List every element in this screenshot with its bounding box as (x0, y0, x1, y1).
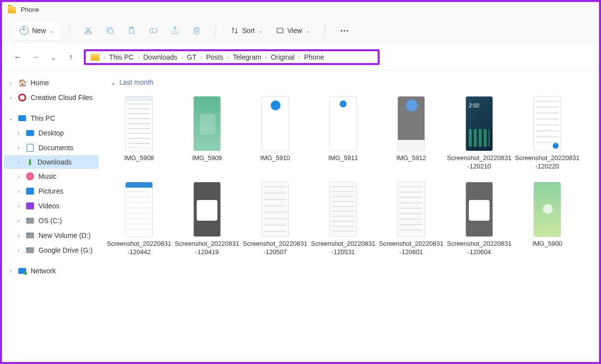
sidebar-item-downloads[interactable]: › ⬇ Downloads (4, 155, 99, 169)
file-item[interactable]: IMG_5909 (174, 93, 241, 174)
copy-button[interactable] (100, 22, 120, 39)
label: Google Drive (G:) (38, 246, 93, 254)
file-label: IMG_5911 (328, 154, 358, 163)
sidebar-item-this-pc[interactable]: ⌄ This PC (4, 111, 99, 126)
breadcrumb-item[interactable]: Downloads (143, 53, 177, 61)
file-label: IMG_5908 (124, 154, 154, 163)
group-header[interactable]: ⌄ Last month (106, 76, 594, 88)
file-thumbnail (261, 182, 289, 237)
chevron-icon: › (298, 55, 300, 60)
new-button[interactable]: New ⌄ (13, 21, 60, 40)
chevron-icon: › (8, 80, 14, 86)
sort-button[interactable]: Sort ⌄ (225, 23, 268, 38)
network-icon (18, 268, 26, 274)
chevron-icon: › (16, 145, 22, 151)
drive-icon (26, 218, 34, 224)
chevron-icon: › (104, 55, 105, 60)
chevron-icon: › (16, 218, 22, 224)
sidebar-item-home[interactable]: › 🏠 Home (4, 75, 99, 90)
sidebar-item-os-c[interactable]: › OS (C:) (4, 213, 99, 228)
file-item[interactable]: IMG_5900 (514, 179, 581, 260)
file-item[interactable]: IMG_5908 (106, 93, 173, 174)
view-button[interactable]: View ⌄ (270, 23, 316, 38)
forward-button[interactable]: → (31, 53, 40, 62)
file-item[interactable]: Screenshot_20220831-120442 (106, 179, 173, 260)
file-thumbnail (329, 182, 357, 237)
sidebar-item-music[interactable]: › Music (4, 169, 99, 184)
file-item[interactable]: IMG_5911 (310, 93, 377, 174)
body: › 🏠 Home › Creative Cloud Files ⌄ This P… (2, 70, 599, 362)
view-icon (276, 27, 284, 34)
delete-button[interactable] (187, 22, 207, 39)
sidebar-item-new-volume-d[interactable]: › New Volume (D:) (4, 228, 99, 243)
file-thumbnail (261, 96, 289, 151)
sidebar-item-videos[interactable]: › Videos (4, 199, 99, 213)
file-thumbnail (533, 182, 561, 237)
chevron-icon: ⌄ (8, 116, 14, 121)
chevron-icon: › (8, 95, 14, 100)
label: Documents (38, 144, 73, 152)
chevron-down-icon: ⌄ (258, 28, 262, 33)
chevron-icon: › (16, 248, 22, 253)
breadcrumb-item[interactable]: Phone (304, 53, 324, 61)
downloads-icon: ⬇ (26, 158, 34, 166)
breadcrumb-item[interactable]: Original (271, 53, 294, 61)
videos-icon (26, 202, 34, 209)
breadcrumb-item[interactable]: Posts (206, 53, 223, 61)
paste-button[interactable] (122, 22, 141, 39)
chevron-icon: › (181, 55, 183, 60)
sidebar-item-google-drive-g[interactable]: › Google Drive (G:) (4, 243, 99, 258)
sidebar-item-pictures[interactable]: › Pictures (4, 184, 99, 199)
label: Home (31, 79, 49, 87)
svg-rect-2 (108, 29, 113, 33)
file-item[interactable]: Screenshot_20220831-120531 (310, 179, 377, 260)
label: Network (31, 267, 56, 275)
view-label: View (287, 27, 302, 34)
file-item[interactable]: Screenshot_20220831-120507 (242, 179, 309, 260)
chevron-icon: › (227, 55, 229, 60)
file-thumbnail (397, 182, 425, 237)
file-item[interactable]: IMG_5912 (378, 93, 445, 174)
file-thumbnail (329, 96, 357, 151)
chevron-icon: › (16, 203, 22, 209)
sidebar-item-desktop[interactable]: › Desktop (4, 126, 99, 140)
file-label: Screenshot_20220831-120442 (106, 240, 172, 257)
file-item[interactable]: IMG_5910 (242, 93, 309, 174)
chevron-icon: › (16, 233, 22, 238)
breadcrumb-item[interactable]: Telegram (233, 53, 261, 61)
chevron-icon: › (16, 174, 22, 179)
sidebar-item-documents[interactable]: › Documents (4, 140, 99, 155)
pc-icon (18, 115, 26, 121)
rename-button[interactable] (143, 22, 163, 39)
cut-button[interactable] (78, 22, 98, 39)
breadcrumb-item[interactable]: This PC (109, 53, 134, 61)
sort-icon (231, 27, 239, 34)
file-label: IMG_5910 (260, 154, 290, 163)
svg-rect-6 (277, 28, 283, 33)
more-button[interactable] (334, 30, 355, 32)
label: New Volume (D:) (38, 232, 91, 239)
file-label: IMG_5912 (396, 154, 426, 163)
share-button[interactable] (165, 22, 185, 39)
back-button[interactable]: ← (13, 53, 23, 62)
sidebar-item-network[interactable]: › Network (4, 264, 99, 278)
file-thumbnail (193, 182, 221, 237)
file-label: Screenshot_20220831-120531 (311, 240, 376, 257)
sidebar-item-creative-cloud[interactable]: › Creative Cloud Files (4, 90, 99, 105)
file-thumbnail (465, 182, 493, 237)
chevron-icon: › (138, 55, 139, 60)
file-item[interactable]: Screenshot_20220831-120604 (446, 179, 513, 260)
file-item[interactable]: Screenshot_20220831-120601 (378, 179, 445, 260)
file-item[interactable]: Screenshot_20220831-120220 (514, 93, 581, 174)
up-button[interactable]: ↑ (66, 53, 76, 62)
file-item[interactable]: Screenshot_20220831-120210 (446, 93, 513, 174)
breadcrumb-item[interactable]: GT (187, 53, 196, 61)
file-label: Screenshot_20220831-120419 (175, 240, 240, 257)
breadcrumb[interactable]: › This PC › Downloads › GT › Posts › Tel… (84, 49, 380, 65)
home-icon: 🏠 (18, 78, 27, 87)
file-thumbnail (125, 182, 153, 237)
file-item[interactable]: Screenshot_20220831-120419 (174, 179, 241, 260)
chevron-down-icon: ⌄ (110, 78, 116, 86)
file-label: Screenshot_20220831-120601 (379, 240, 444, 257)
recent-dropdown[interactable]: ⌄ (48, 53, 58, 62)
